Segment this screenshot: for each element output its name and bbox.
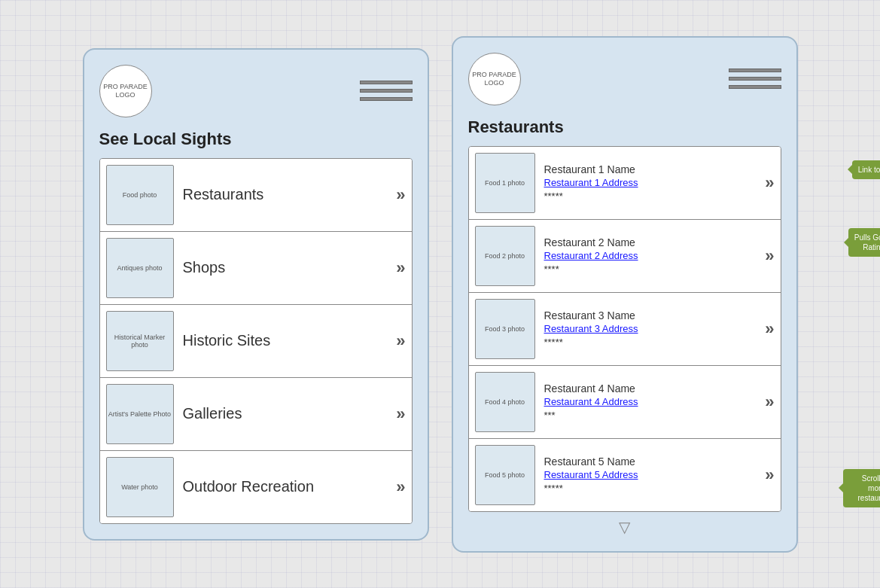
category-chevron-0: »	[396, 185, 405, 205]
category-photo-1: Antiques photo	[106, 238, 174, 298]
restaurant-stars-1: ****	[544, 264, 757, 275]
hamburger-line-3	[360, 97, 413, 101]
category-photo-4: Water photo	[106, 457, 174, 517]
callout-pulls-ratings: Pulls GoogleRatings	[848, 228, 880, 257]
hamburger-line-2	[360, 89, 413, 93]
restaurant-chevron-4: »	[765, 465, 774, 485]
restaurant-photo-3: Food 4 photo	[475, 372, 535, 432]
right-page-title: Restaurants	[468, 117, 781, 137]
left-header: PRO PARADE LOGO	[99, 65, 413, 117]
restaurant-stars-2: *****	[544, 337, 757, 348]
restaurant-item-2[interactable]: Food 3 photoRestaurant 3 NameRestaurant …	[469, 293, 781, 366]
left-page-title: See Local Sights	[99, 129, 413, 149]
category-item-2[interactable]: Historical Marker photoHistoric Sites»	[100, 305, 412, 378]
restaurant-item-4[interactable]: Food 5 photoRestaurant 5 NameRestaurant …	[469, 439, 781, 511]
right-hamburger-line-3	[729, 85, 781, 89]
right-hamburger-line-2	[729, 77, 781, 81]
left-hamburger-menu[interactable]	[360, 81, 413, 101]
category-item-4[interactable]: Water photoOutdoor Recreation»	[100, 451, 412, 523]
restaurant-list: Food 1 photoRestaurant 1 NameRestaurant …	[468, 146, 781, 512]
restaurant-address-3[interactable]: Restaurant 4 Address	[544, 396, 757, 407]
category-chevron-4: »	[396, 477, 405, 497]
left-phone-frame: PRO PARADE LOGO See Local Sights Food ph…	[83, 48, 429, 541]
restaurant-name-1: Restaurant 2 Name	[544, 236, 757, 248]
category-label-1: Shops	[183, 259, 388, 276]
category-label-4: Outdoor Recreation	[183, 478, 388, 495]
category-label-0: Restaurants	[183, 186, 388, 203]
left-logo: PRO PARADE LOGO	[99, 65, 152, 117]
right-phone-frame: PRO PARADE LOGO Restaurants Food 1 photo…	[452, 36, 798, 553]
restaurant-address-2[interactable]: Restaurant 3 Address	[544, 323, 757, 334]
restaurant-photo-0: Food 1 photo	[475, 153, 535, 213]
restaurant-address-1[interactable]: Restaurant 2 Address	[544, 250, 757, 261]
category-photo-0: Food photo	[106, 165, 174, 225]
category-item-0[interactable]: Food photoRestaurants»	[100, 159, 412, 232]
callout-link-to-map: Link to Map	[852, 160, 880, 179]
callout-scroll-more: Scroll formorerestaurants	[843, 469, 881, 507]
restaurant-photo-1: Food 2 photo	[475, 226, 535, 286]
restaurant-photo-2: Food 3 photo	[475, 299, 535, 359]
restaurant-stars-0: *****	[544, 190, 757, 202]
restaurant-chevron-0: »	[765, 173, 774, 193]
restaurant-chevron-2: »	[765, 319, 774, 339]
restaurant-name-0: Restaurant 1 Name	[544, 163, 757, 175]
category-chevron-3: »	[396, 404, 405, 424]
category-label-2: Historic Sites	[183, 332, 388, 349]
hamburger-line-1	[360, 81, 413, 84]
restaurant-item-0[interactable]: Food 1 photoRestaurant 1 NameRestaurant …	[469, 147, 781, 220]
restaurant-info-1: Restaurant 2 NameRestaurant 2 Address***…	[544, 236, 757, 275]
restaurant-info-4: Restaurant 5 NameRestaurant 5 Address***…	[544, 455, 757, 494]
restaurant-info-3: Restaurant 4 NameRestaurant 4 Address***	[544, 382, 757, 421]
restaurant-chevron-3: »	[765, 392, 774, 412]
category-list: Food photoRestaurants»Antiques photoShop…	[99, 158, 413, 524]
category-photo-3: Artist's Palette Photo	[106, 384, 174, 444]
category-chevron-1: »	[396, 258, 405, 278]
right-hamburger-line-1	[729, 69, 781, 72]
scroll-down-indicator[interactable]: ▽	[468, 518, 781, 536]
category-photo-2: Historical Marker photo	[106, 311, 174, 371]
restaurant-item-1[interactable]: Food 2 photoRestaurant 2 NameRestaurant …	[469, 220, 781, 293]
restaurant-item-3[interactable]: Food 4 photoRestaurant 4 NameRestaurant …	[469, 366, 781, 439]
category-item-1[interactable]: Antiques photoShops»	[100, 232, 412, 305]
restaurant-stars-4: *****	[544, 483, 757, 494]
restaurant-photo-4: Food 5 photo	[475, 445, 535, 505]
restaurant-chevron-1: »	[765, 246, 774, 266]
restaurant-address-0[interactable]: Restaurant 1 Address	[544, 177, 757, 188]
restaurant-address-4[interactable]: Restaurant 5 Address	[544, 469, 757, 480]
category-item-3[interactable]: Artist's Palette PhotoGalleries»	[100, 378, 412, 451]
category-label-3: Galleries	[183, 405, 388, 422]
category-chevron-2: »	[396, 331, 405, 351]
right-header: PRO PARADE LOGO	[468, 53, 781, 105]
restaurant-info-2: Restaurant 3 NameRestaurant 3 Address***…	[544, 309, 757, 348]
restaurant-name-4: Restaurant 5 Name	[544, 455, 757, 468]
restaurant-name-3: Restaurant 4 Name	[544, 382, 757, 395]
right-hamburger-menu[interactable]	[729, 69, 781, 89]
restaurant-name-2: Restaurant 3 Name	[544, 309, 757, 321]
right-panel-wrapper: PRO PARADE LOGO Restaurants Food 1 photo…	[452, 36, 798, 553]
restaurant-info-0: Restaurant 1 NameRestaurant 1 Address***…	[544, 163, 757, 202]
restaurant-stars-3: ***	[544, 410, 757, 421]
right-logo: PRO PARADE LOGO	[468, 53, 521, 105]
